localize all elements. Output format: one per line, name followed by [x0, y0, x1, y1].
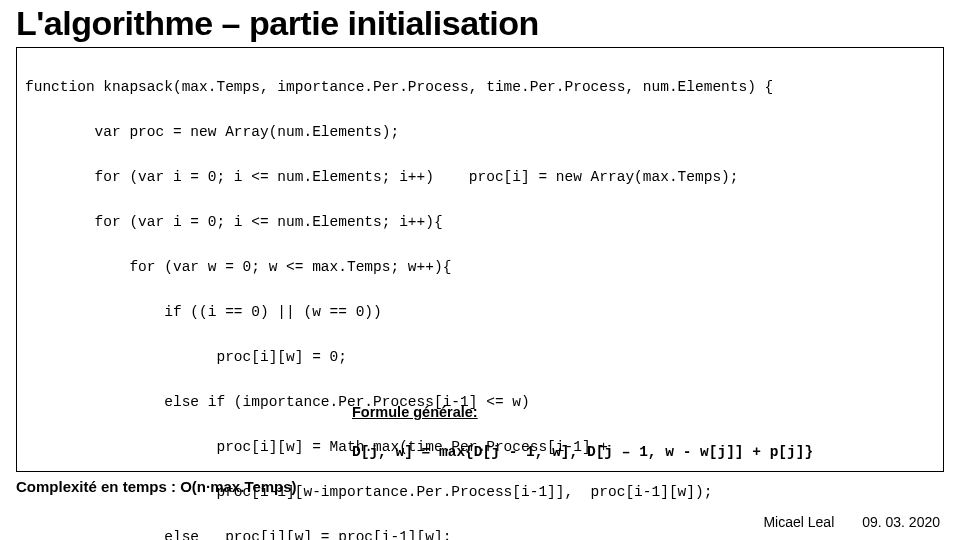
code-line: if ((i == 0) || (w == 0)) — [25, 304, 382, 320]
code-line: proc[i][w] = 0; — [25, 349, 347, 365]
code-line: proc[i-1][w-importance.Per.Process[i-1]]… — [25, 484, 712, 500]
footer: Micael Leal 09. 03. 2020 — [763, 514, 940, 530]
formula-caption: Formule générale: — [352, 404, 478, 420]
code-line: for (var i = 0; i <= num.Elements; i++) … — [25, 169, 739, 185]
code-line: for (var w = 0; w <= max.Temps; w++){ — [25, 259, 451, 275]
code-line: var proc = new Array(num.Elements); — [25, 124, 399, 140]
code-line: for (var i = 0; i <= num.Elements; i++){ — [25, 214, 443, 230]
slide-title: L'algorithme – partie initialisation — [16, 4, 944, 43]
code-line: else proc[i][w] = proc[i-1][w]; — [25, 529, 451, 540]
formula-box: Formule générale: D[j, w] = max{D[j - 1,… — [352, 384, 813, 463]
date-label: 09. 03. 2020 — [862, 514, 940, 530]
formula-expression: D[j, w] = max{D[j - 1, w], D[j – 1, w - … — [352, 444, 813, 460]
author-label: Micael Leal — [763, 514, 834, 530]
code-block: function knapsack(max.Temps, importance.… — [16, 47, 944, 472]
code-line: function knapsack(max.Temps, importance.… — [25, 79, 773, 95]
